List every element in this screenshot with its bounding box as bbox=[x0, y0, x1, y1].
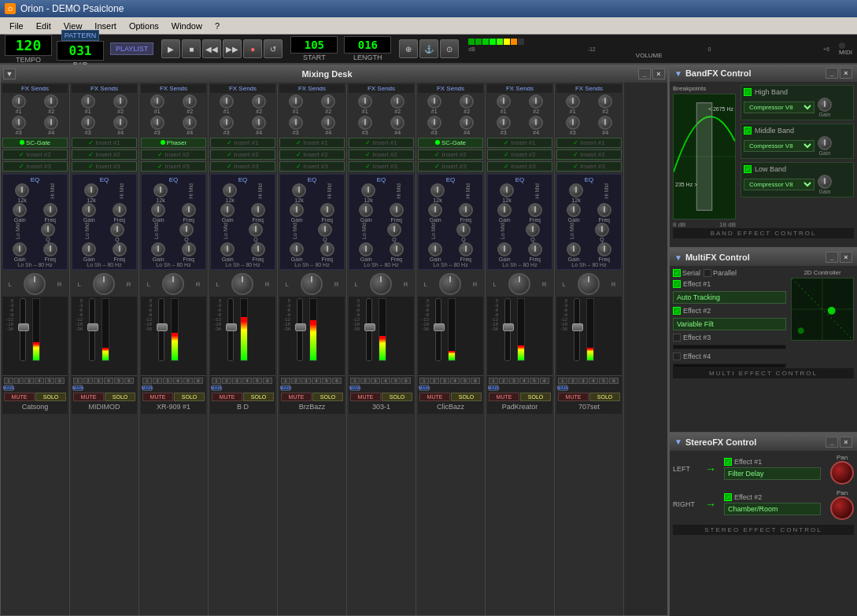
channel-pad[interactable]: 5 bbox=[45, 378, 54, 384]
main-pad[interactable]: MAIN bbox=[419, 385, 429, 391]
fader-handle[interactable] bbox=[295, 323, 306, 331]
channel-pad[interactable]: 4 bbox=[242, 378, 252, 384]
stop-button[interactable]: ■ bbox=[182, 39, 201, 58]
channel-pad[interactable]: 2 bbox=[83, 378, 93, 384]
channel-pad[interactable]: 5 bbox=[460, 378, 470, 384]
channel-knob[interactable] bbox=[528, 242, 542, 256]
mute-button[interactable]: MUTE bbox=[350, 393, 381, 401]
mute-button[interactable]: MUTE bbox=[558, 393, 589, 401]
channel-pad[interactable]: 1 bbox=[142, 378, 152, 384]
effect1-slot[interactable]: Auto Tracking bbox=[673, 291, 786, 304]
multifx-minimize[interactable]: _ bbox=[826, 252, 838, 263]
channel-knob[interactable] bbox=[252, 116, 266, 130]
solo-button[interactable]: SOLO bbox=[312, 393, 343, 401]
channel-knob[interactable] bbox=[320, 242, 334, 256]
channel-knob[interactable] bbox=[43, 203, 57, 217]
fader-handle[interactable] bbox=[503, 323, 514, 331]
channel-knob[interactable] bbox=[569, 183, 583, 197]
channel-knob[interactable] bbox=[44, 116, 58, 130]
channel-pad[interactable]: 1 bbox=[489, 378, 498, 384]
channel-pad[interactable]: 3 bbox=[509, 378, 519, 384]
channel-knob[interactable] bbox=[113, 116, 127, 130]
fader-track[interactable] bbox=[366, 298, 372, 361]
insert-slot-3[interactable]: ✓ Insert #3 bbox=[141, 161, 206, 172]
insert-slot-2[interactable]: ✓ Insert #2 bbox=[349, 149, 414, 160]
channel-pad[interactable]: 1 bbox=[350, 378, 360, 384]
fader-track[interactable] bbox=[158, 298, 164, 361]
channel-knob[interactable] bbox=[358, 94, 372, 109]
channel-knob[interactable] bbox=[182, 203, 196, 217]
effect4-checkbox[interactable] bbox=[673, 352, 681, 360]
stereo-pan-left-knob[interactable] bbox=[830, 461, 854, 485]
channel-knob[interactable] bbox=[459, 242, 473, 256]
insert-slot-2[interactable]: ✓ Insert #2 bbox=[487, 149, 552, 160]
channel-pad[interactable]: 4 bbox=[35, 378, 44, 384]
insert-slot-3[interactable]: ✓ Insert #3 bbox=[210, 161, 275, 172]
middle-band-gain-knob[interactable] bbox=[818, 136, 832, 150]
channel-knob[interactable] bbox=[292, 183, 306, 197]
channel-pad[interactable]: 5 bbox=[183, 378, 193, 384]
bandfx-close[interactable]: × bbox=[840, 68, 852, 79]
main-pad[interactable]: MAIN bbox=[4, 385, 13, 391]
middle-band-checkbox[interactable]: ✓ bbox=[744, 127, 752, 135]
channel-pad[interactable]: 1 bbox=[281, 378, 290, 384]
high-band-select[interactable]: Compressor V8 bbox=[744, 101, 815, 113]
channel-knob[interactable] bbox=[361, 183, 375, 197]
channel-pad[interactable]: 1 bbox=[419, 378, 429, 384]
insert-slot-1[interactable]: ✓ Insert #1 bbox=[72, 138, 137, 148]
channel-pad[interactable]: 6 bbox=[540, 378, 549, 384]
anchor-button[interactable]: ⚓ bbox=[419, 39, 438, 58]
pan-knob[interactable] bbox=[301, 273, 323, 295]
channel-knob[interactable] bbox=[387, 223, 401, 237]
solo-button[interactable]: SOLO bbox=[589, 393, 620, 401]
stereo-effect1-checkbox[interactable]: ✓ bbox=[724, 458, 732, 466]
rewind-button[interactable]: ◀◀ bbox=[202, 39, 221, 58]
channel-knob[interactable] bbox=[150, 94, 164, 109]
channel-pad[interactable]: 3 bbox=[232, 378, 242, 384]
channel-pad[interactable]: 5 bbox=[530, 378, 539, 384]
channel-knob[interactable] bbox=[220, 116, 234, 130]
insert-slot-3[interactable]: ✓ Insert #3 bbox=[418, 161, 483, 172]
serial-check[interactable]: ✓ bbox=[673, 269, 681, 277]
playlist-button[interactable]: PLAYLIST bbox=[110, 42, 153, 55]
channel-knob[interactable] bbox=[428, 242, 442, 256]
insert-slot-3[interactable]: ✓ Insert #3 bbox=[72, 161, 137, 172]
channel-knob[interactable] bbox=[82, 203, 96, 217]
channel-knob[interactable] bbox=[497, 94, 511, 109]
channel-pad[interactable]: 3 bbox=[440, 378, 449, 384]
channel-knob[interactable] bbox=[41, 223, 55, 237]
channel-knob[interactable] bbox=[290, 242, 304, 256]
mute-button[interactable]: MUTE bbox=[419, 393, 450, 401]
insert-slot-2[interactable]: ✓ Insert #2 bbox=[418, 149, 483, 160]
channel-knob[interactable] bbox=[318, 223, 332, 237]
channel-knob[interactable] bbox=[82, 242, 96, 256]
channel-pad[interactable]: 6 bbox=[124, 378, 134, 384]
fader-track[interactable] bbox=[20, 298, 26, 361]
channel-pad[interactable]: 3 bbox=[578, 378, 588, 384]
insert-slot-1[interactable]: ✓ Insert #1 bbox=[279, 138, 345, 148]
high-band-gain-knob[interactable] bbox=[818, 98, 832, 112]
fader-handle[interactable] bbox=[364, 323, 375, 331]
channel-knob[interactable] bbox=[81, 116, 95, 130]
channel-knob[interactable] bbox=[427, 116, 441, 130]
sync-button[interactable]: ⊙ bbox=[440, 39, 459, 58]
fader-handle[interactable] bbox=[226, 323, 237, 331]
middle-band-select[interactable]: Compressor V8 bbox=[744, 140, 815, 152]
channel-pad[interactable]: 6 bbox=[332, 378, 342, 384]
channel-pad[interactable]: 1 bbox=[4, 378, 13, 384]
channel-pad[interactable]: 2 bbox=[153, 378, 162, 384]
low-band-select[interactable]: Compressor V8 bbox=[744, 179, 815, 190]
effect3-slot[interactable] bbox=[673, 345, 786, 349]
channel-knob[interactable] bbox=[460, 94, 474, 109]
channel-knob[interactable] bbox=[456, 223, 471, 237]
channel-knob[interactable] bbox=[595, 223, 609, 237]
menu-options[interactable]: Options bbox=[123, 20, 165, 32]
channel-knob[interactable] bbox=[529, 94, 543, 109]
pan-knob[interactable] bbox=[231, 273, 253, 295]
fader-handle[interactable] bbox=[18, 323, 29, 331]
parallel-check[interactable] bbox=[704, 269, 711, 277]
pan-knob[interactable] bbox=[162, 273, 184, 295]
fader-track[interactable] bbox=[89, 298, 95, 361]
insert-slot-1[interactable]: ✓ Insert #1 bbox=[487, 138, 552, 148]
channel-pad[interactable]: 6 bbox=[55, 378, 65, 384]
